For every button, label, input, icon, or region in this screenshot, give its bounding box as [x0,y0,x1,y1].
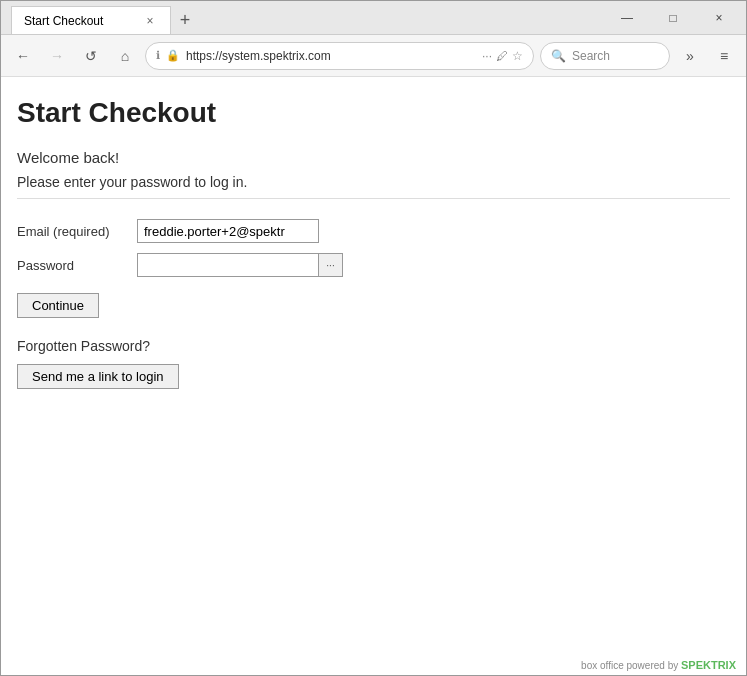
password-label: Password [17,258,137,273]
tab-close-icon[interactable]: × [142,13,158,29]
forgotten-password-label: Forgotten Password? [17,338,730,354]
ellipsis-icon[interactable]: ··· [482,49,492,63]
send-link-button[interactable]: Send me a link to login [17,364,179,389]
active-tab[interactable]: Start Checkout × [11,6,171,34]
home-button[interactable]: ⌂ [111,42,139,70]
new-tab-button[interactable]: + [171,6,199,34]
address-bar[interactable]: ℹ 🔒 https://system.spektrix.com ··· 🖊 ☆ [145,42,534,70]
page-title: Start Checkout [17,97,730,129]
send-link-wrapper: Send me a link to login [17,364,730,389]
info-icon: ℹ [156,49,160,62]
title-bar: Start Checkout × + — □ × [1,1,746,35]
close-button[interactable]: × [696,1,742,35]
email-input[interactable] [137,219,319,243]
welcome-message: Welcome back! [17,149,730,166]
password-reveal-button[interactable]: ··· [319,253,343,277]
back-button[interactable]: ← [9,42,37,70]
search-label: Search [572,49,610,63]
email-form-group: Email (required) [17,219,730,243]
search-icon: 🔍 [551,49,566,63]
search-bar[interactable]: 🔍 Search [540,42,670,70]
tab-area: Start Checkout × + [1,1,604,34]
password-form-group: Password ··· [17,253,730,277]
password-input[interactable] [137,253,319,277]
footer-text: box office powered by [581,660,678,671]
menu-button[interactable]: ≡ [710,42,738,70]
navigation-bar: ← → ↺ ⌂ ℹ 🔒 https://system.spektrix.com … [1,35,746,77]
bookmark-icon[interactable]: ☆ [512,49,523,63]
url-text: https://system.spektrix.com [186,49,476,63]
spektrix-brand: SPEKTRIX [681,659,736,671]
tab-title: Start Checkout [24,14,134,28]
page-content: Start Checkout Welcome back! Please ente… [1,77,746,675]
window-controls: — □ × [604,1,746,34]
browser-window: Start Checkout × + — □ × ← → ↺ ⌂ ℹ 🔒 htt… [0,0,747,676]
more-actions-icon: ··· 🖊 ☆ [482,49,523,63]
reload-button[interactable]: ↺ [77,42,105,70]
email-label: Email (required) [17,224,137,239]
instruction-text: Please enter your password to log in. [17,174,730,199]
overflow-button[interactable]: » [676,42,704,70]
minimize-button[interactable]: — [604,1,650,35]
forward-button[interactable]: → [43,42,71,70]
password-wrapper: ··· [137,253,343,277]
maximize-button[interactable]: □ [650,1,696,35]
page-footer: box office powered by SPEKTRIX [581,659,736,671]
pocket-icon[interactable]: 🖊 [496,49,508,63]
lock-icon: 🔒 [166,49,180,62]
continue-button[interactable]: Continue [17,293,99,318]
continue-button-wrapper: Continue [17,287,730,318]
